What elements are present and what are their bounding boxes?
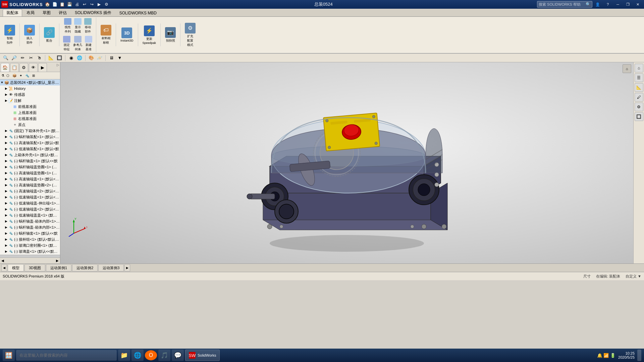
worm-gasket-expander[interactable]: ▶ (4, 165, 8, 169)
worm-cap-expander[interactable]: ▶ (4, 159, 8, 163)
panel-tab-property[interactable]: 📋 (10, 63, 19, 72)
tree-item-top-plane[interactable]: ⊞ 上视基准面 (0, 110, 60, 116)
ls-cap2-expander[interactable]: ▶ (4, 207, 8, 211)
taskbar-active-solidworks[interactable]: SW SolidWorks (185, 350, 220, 361)
tree-item-origin[interactable]: ✦ 原点 (0, 122, 60, 128)
minimize-button[interactable]: ─ (613, 1, 623, 7)
view-pen-btn[interactable]: ✏ (19, 54, 26, 62)
tree-item-hs-cap2[interactable]: ▶ 🔩 (-) 高速轴端盖<2> (默认<默认 (0, 188, 60, 194)
bottom-tab-motion3[interactable]: 运动算例3 (98, 264, 124, 272)
taskbar-music[interactable]: 🎵 (158, 350, 170, 361)
view-box-btn[interactable]: 🔲 (56, 54, 63, 62)
panel-scroll-right[interactable]: ▶ (56, 259, 59, 262)
tree-item-hs-cap-gasket1[interactable]: ▶ 🔩 (-) 高速轴端盖垫圈<1> (默认< (0, 170, 60, 176)
tool-material[interactable]: 🏷 材料框标框 (99, 24, 113, 46)
redo-button[interactable]: ↪ (89, 1, 95, 8)
tab-sketch[interactable]: 草图 (39, 9, 54, 16)
print-button[interactable]: 🖨 (74, 1, 80, 8)
filter-btn-2[interactable]: 📦 (11, 73, 17, 78)
filter-btn-3[interactable]: ✦ (18, 73, 23, 78)
new-button[interactable]: 📄 (52, 1, 58, 8)
tree-item-hs-cap-gasket2[interactable]: ▶ 🔩 (-) 高速轴端盖垫圈<2> (默认< (0, 182, 60, 188)
undo-button[interactable]: ↩ (81, 1, 88, 8)
view-globe-btn[interactable]: 🌐 (76, 54, 83, 62)
rsp-btn-6[interactable]: 🔲 (635, 112, 643, 121)
top-casing-expander[interactable]: ▶ (4, 153, 8, 157)
show-desktop-button[interactable] (637, 350, 641, 361)
tree-item-annotations[interactable]: ▶ 📝 注解 (0, 98, 60, 104)
panel-tab-display[interactable]: 👁 (29, 63, 38, 72)
tree-item-glass-cover[interactable]: ▶ 🔩 (-) 玻璃盖<1> (默认<<默认>_ (0, 248, 60, 254)
user-button[interactable]: 👤 (593, 1, 602, 7)
bottom-nav-left[interactable]: ◀ (1, 264, 7, 272)
close-button[interactable]: ✕ (633, 1, 643, 7)
tree-item-glass-seal[interactable]: ▶ 🔩 (-) 玻璃口密封圈<1> (默认<默认 (0, 242, 60, 248)
panel-tab-config[interactable]: ⚙ (19, 63, 28, 72)
view-zoom-btn[interactable]: 🔎 (10, 54, 18, 62)
tree-item-high-speed-shaft[interactable]: ▶ 🔩 (-) 高速轴装配<1> (默认<默 (0, 140, 60, 146)
taskbar-orange-app[interactable]: O (145, 350, 157, 360)
worm-inner2-expander[interactable]: ▶ (4, 225, 8, 229)
annotations-expander[interactable]: ▶ (4, 99, 8, 103)
rsp-btn-3[interactable]: 📐 (635, 83, 643, 92)
tree-item-worm-inner2[interactable]: ▶ 🔩 (-) 蜗杆轴盖-箱体内部<1> (默认 (0, 224, 60, 230)
view-cursor-btn[interactable]: 🖱 (36, 54, 43, 62)
maximize-button[interactable]: ❐ (623, 1, 633, 7)
ls-cap-cover-expander[interactable]: ▶ (4, 213, 8, 217)
tab-evaluate[interactable]: 评估 (55, 9, 70, 16)
panel-expand-btn[interactable]: ▷ (57, 63, 59, 72)
bottom-tab-motion1[interactable]: 运动算例1 (46, 264, 71, 272)
tool-ref-geometry[interactable]: 参考几何体 (72, 35, 83, 52)
taskbar-search[interactable] (16, 350, 117, 361)
tree-item-worm-gasket[interactable]: ▶ 🔩 (-) 蜗杆轴端盖垫圈<1> (默认< (0, 164, 60, 170)
low-speed-shaft-expander[interactable]: ▶ (4, 147, 8, 151)
tree-item-ls-cap1[interactable]: ▶ 🔩 (-) 低速轴端盖<1> (默认<<默 (0, 194, 60, 200)
tab-solidworks-mbd[interactable]: SOLIDWORKS MBD (116, 9, 160, 16)
taskbar-file-explorer[interactable]: 📁 (118, 350, 130, 361)
tree-item-ls-cap2[interactable]: ▶ 🔩 (-) 低速轴端盖<2> (默认<<默 (0, 206, 60, 212)
tool-speedpak[interactable]: ⚡ 更新Speedpak (141, 24, 158, 46)
tree-item-top-casing[interactable]: ▶ 🔩 上箱体外壳<1> (默认<默认大 (0, 152, 60, 158)
save-button[interactable]: 💾 (66, 1, 73, 8)
tool-config[interactable]: ⚙ 扩充配置模式 (183, 22, 197, 48)
feature-tree[interactable]: ▼ 📦 总装0524 <默认<默认_显示状态-1 ▶ 📜 History ▶ 👁… (0, 79, 60, 255)
view-orbit-btn[interactable]: ◉ (67, 54, 75, 62)
help-search-input[interactable] (539, 2, 586, 6)
history-expander[interactable]: ▶ (4, 86, 8, 90)
tree-item-worm-cap[interactable]: ▶ 🔩 (-) 蜗杆轴盖<1> (默认<<默 (0, 158, 60, 164)
filter-btn-1[interactable]: ⬡ (5, 73, 10, 78)
tree-item-cup[interactable]: ▶ 🔩 (-) 接杯组<1> (默认<默认<默认 (0, 236, 60, 242)
high-speed-shaft-expander[interactable]: ▶ (4, 141, 8, 145)
worm-sleeve-expander[interactable]: ▶ (4, 231, 8, 235)
3d-viewport[interactable]: X Y Z ⌂ (60, 62, 633, 263)
tool-fixed-feature[interactable]: 固定特征 (62, 35, 71, 52)
help-search-box[interactable]: 🔍 (537, 1, 592, 8)
tree-item-worm-sleeve[interactable]: ▶ 🔩 (-) 蜗杆轴套<1> (默认<<默 (0, 230, 60, 236)
play-button[interactable]: ▶ (96, 1, 103, 8)
view-monitor-btn[interactable]: 🖥 (108, 54, 115, 62)
glass-seal-expander[interactable]: ▶ (4, 243, 8, 247)
tool-new-datum[interactable]: 新建基准 (84, 35, 93, 52)
tool-mate[interactable]: 🔗 配合 (42, 26, 56, 44)
sensors-expander[interactable]: ▶ (4, 93, 8, 97)
panel-tab-play[interactable]: ▶ (38, 63, 47, 72)
worm-shaft-expander[interactable]: ▶ (4, 135, 8, 139)
rsp-btn-4[interactable]: 🖊 (635, 93, 643, 102)
tree-item-bottom-casing[interactable]: ▶ 🔩 (固定) 下箱体外壳<1> (默认<默认 (0, 128, 60, 134)
start-button[interactable]: 🪟 (3, 350, 15, 361)
tree-item-sensors[interactable]: ▶ 👁 传感器 (0, 92, 60, 98)
rsp-btn-2[interactable]: ☰ (635, 73, 643, 82)
panel-resize-handle[interactable] (0, 255, 60, 257)
hs-cap-gasket2-expander[interactable]: ▶ (4, 183, 8, 187)
tool-move-part[interactable]: 移动部件 (83, 17, 93, 35)
taskbar-edge[interactable]: 🌐 (131, 350, 144, 361)
tree-item-ls-ext-cap[interactable]: ▶ 🔩 (-) 低速轴端盖-伸出端<1> (默 (0, 200, 60, 206)
root-expander[interactable]: ▼ (0, 80, 4, 84)
worm-inner1-expander[interactable]: ▶ (4, 219, 8, 223)
hs-cap1-expander[interactable]: ▶ (4, 177, 8, 181)
tool-smart[interactable]: ⚡ 智能扣件 (3, 24, 17, 46)
tab-assembly[interactable]: 装配体 (3, 9, 22, 16)
tree-item-history[interactable]: ▶ 📜 History (0, 85, 60, 92)
tool-instant3d[interactable]: 3D Instant3D (119, 26, 135, 43)
hs-cap-gasket1-expander[interactable]: ▶ (4, 171, 8, 175)
